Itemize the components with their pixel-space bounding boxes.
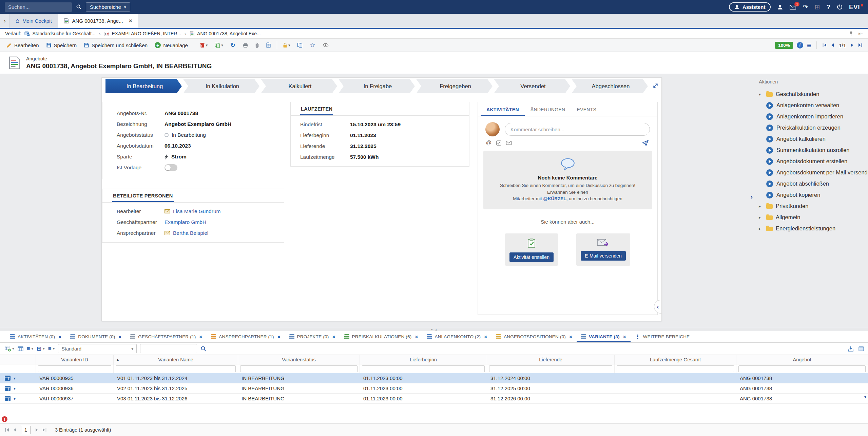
- vorlage-toggle[interactable]: [165, 164, 177, 171]
- user-icon[interactable]: [777, 4, 783, 10]
- related-tab-variante[interactable]: VARIANTE (3)×: [577, 331, 631, 342]
- tab-aenderungen[interactable]: ÄNDERUNGEN: [525, 102, 571, 116]
- column-filter-input[interactable]: [116, 365, 236, 372]
- actions-group-energiedienstleistungen[interactable]: ▸ Energiedienstleistungen: [759, 223, 865, 234]
- contact-link[interactable]: Bertha Beispiel: [165, 230, 208, 236]
- save-button[interactable]: Speichern: [43, 41, 80, 50]
- preview-button[interactable]: [320, 41, 332, 49]
- grid-search-icon[interactable]: [200, 346, 207, 352]
- close-icon[interactable]: ×: [623, 334, 626, 340]
- splitter-up-icon[interactable]: ▴: [436, 328, 437, 331]
- action-item[interactable]: Angebot kalkulieren: [759, 133, 865, 145]
- row-menu-icon[interactable]: [5, 376, 11, 381]
- messages-icon[interactable]: 1: [790, 5, 796, 10]
- column-header[interactable]: Laufzeitmenge Gesamt: [615, 355, 736, 364]
- related-tab-angebotspositionen[interactable]: ANGEBOTSPOSITIONEN (0)×: [491, 331, 577, 342]
- row-caret-icon[interactable]: ▾: [14, 376, 16, 381]
- current-page-box[interactable]: 1: [21, 426, 31, 434]
- menu-icon[interactable]: ≡: [27, 346, 30, 352]
- close-icon[interactable]: ×: [415, 334, 418, 340]
- share-icon[interactable]: ↷: [803, 4, 808, 10]
- export-document-button[interactable]: [263, 41, 274, 50]
- close-icon[interactable]: ×: [58, 334, 61, 340]
- actions-group-geschaeftskunden[interactable]: ▾ Geschäftskunden: [759, 89, 865, 100]
- table-row[interactable]: ▾ VAR 00000935 V01 01.11.2023 bis 31.12.…: [0, 373, 868, 383]
- related-tab-dokumente[interactable]: DOKUMENTE (0)×: [66, 331, 126, 342]
- splitter-down-icon[interactable]: ▾: [431, 328, 433, 331]
- new-record-button[interactable]: + Neuanlage: [152, 40, 191, 50]
- view-select[interactable]: Standard ▾: [58, 344, 137, 353]
- apps-icon[interactable]: ⊞: [814, 4, 820, 10]
- scroll-left-icon[interactable]: ◄: [863, 394, 867, 399]
- action-item[interactable]: Angebotsdokument per Mail versenden: [759, 167, 865, 178]
- close-icon[interactable]: ×: [332, 334, 335, 340]
- partner-link[interactable]: Examplaro GmbH: [165, 219, 206, 225]
- column-filter-input[interactable]: [362, 365, 485, 372]
- row-caret-icon[interactable]: ▾: [14, 386, 16, 391]
- related-tab-ansprechpartner[interactable]: ANSPRECHPARTNER (1)×: [207, 331, 285, 342]
- save-close-button[interactable]: Speichern und schließen: [81, 41, 151, 50]
- mail-icon[interactable]: [506, 141, 512, 145]
- action-item[interactable]: Preiskalkulation erzeugen: [759, 122, 865, 133]
- chevron-down-icon[interactable]: ▾: [12, 346, 14, 351]
- breadcrumb-item-angebot[interactable]: ANG 0001738, Angebot Exe...: [190, 31, 261, 36]
- related-tab-geschaeftspartner[interactable]: GESCHÄFTSPARTNER (1)×: [126, 331, 207, 342]
- table-icon[interactable]: [18, 346, 23, 351]
- prev-page-icon[interactable]: [831, 43, 834, 47]
- column-header[interactable]: ▲Varianten Name: [114, 355, 238, 364]
- column-filter-input[interactable]: [240, 365, 358, 372]
- jump-to-start-icon[interactable]: ⇤: [859, 31, 863, 37]
- column-filter-input[interactable]: [738, 365, 866, 372]
- column-header[interactable]: Lieferende: [487, 355, 615, 364]
- next-page-icon[interactable]: [851, 43, 854, 47]
- lock-button[interactable]: ▾: [280, 41, 293, 50]
- tab-aktivitaeten[interactable]: AKTIVITÄTEN: [481, 102, 525, 116]
- edit-button[interactable]: Bearbeiten: [3, 41, 42, 50]
- search-scope-button[interactable]: Suchbereiche ▾: [86, 2, 130, 12]
- favorite-button[interactable]: ☆: [307, 40, 318, 50]
- column-chooser-icon[interactable]: ⊞: [37, 346, 41, 352]
- prev-page-icon[interactable]: [13, 428, 16, 432]
- last-page-icon[interactable]: [42, 428, 47, 432]
- close-icon[interactable]: ×: [129, 18, 132, 24]
- comment-input[interactable]: [505, 123, 650, 136]
- related-tab-projekte[interactable]: PROJEKTE (0)×: [285, 331, 340, 342]
- export-icon[interactable]: [848, 346, 854, 352]
- more-areas-tab[interactable]: ⋮WEITERE BEREICHE: [631, 331, 694, 342]
- grid-settings-icon[interactable]: [859, 346, 864, 352]
- mention-link[interactable]: @KÜRZEL,: [543, 196, 568, 201]
- duplicate-button[interactable]: [294, 41, 306, 50]
- panel-splitter[interactable]: ▾ ▴: [0, 328, 868, 331]
- close-icon[interactable]: ×: [484, 334, 487, 340]
- table-row[interactable]: ▾ VAR 00000937 V03 01.11.2023 bis 31.12.…: [0, 394, 868, 404]
- expand-steps-icon[interactable]: [652, 82, 659, 89]
- row-caret-icon[interactable]: ▾: [14, 396, 16, 401]
- column-header[interactable]: Lieferbeginn: [360, 355, 487, 364]
- row-menu-icon[interactable]: [5, 386, 11, 391]
- chevron-down-icon[interactable]: ▾: [53, 346, 55, 351]
- related-tab-aktivitaeten[interactable]: AKTIVITÄTEN (0)×: [5, 331, 66, 342]
- tab-events[interactable]: EVENTS: [571, 102, 602, 116]
- first-page-icon[interactable]: [822, 43, 827, 47]
- tab-mein-cockpit[interactable]: ⌂ Mein Cockpit: [9, 14, 58, 28]
- refresh-button[interactable]: ↻: [227, 40, 238, 50]
- first-page-icon[interactable]: [5, 428, 9, 432]
- tab-active-document[interactable]: ANG 0001738, Ange... ×: [58, 14, 138, 28]
- chevron-down-icon[interactable]: ▾: [43, 346, 45, 351]
- collapse-actions-icon[interactable]: ›: [751, 193, 753, 201]
- error-indicator-icon[interactable]: !: [2, 416, 7, 422]
- column-header[interactable]: Varianten ID: [36, 355, 114, 364]
- row-menu-icon[interactable]: [5, 396, 11, 401]
- add-row-icon[interactable]: [5, 346, 11, 352]
- delete-button[interactable]: ▾: [197, 41, 211, 50]
- action-item[interactable]: Anlagenkonten verwalten: [759, 100, 865, 111]
- group-by-icon[interactable]: ≡: [48, 346, 52, 352]
- send-icon[interactable]: [642, 140, 649, 146]
- panel-expand-icon[interactable]: ›: [0, 14, 9, 28]
- column-filter-input[interactable]: [617, 365, 734, 372]
- attachment-button[interactable]: [252, 41, 262, 50]
- action-item[interactable]: Anlagenkonten importieren: [759, 111, 865, 122]
- column-header[interactable]: Angebot: [736, 355, 868, 364]
- help-icon[interactable]: ?: [826, 3, 830, 11]
- breadcrumb-item-partner[interactable]: EXAMPLARO GIEßEN, INTER...: [104, 31, 181, 36]
